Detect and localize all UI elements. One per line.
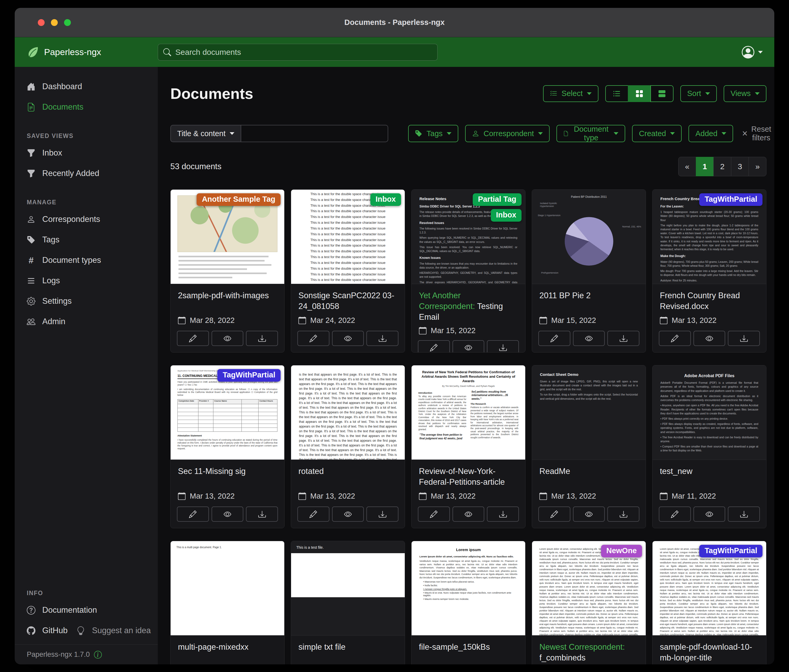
tag-chip[interactable]: TagWithPartial <box>217 369 281 382</box>
sidebar-item-settings[interactable]: Settings <box>15 291 158 311</box>
document-title[interactable]: simple txt file <box>299 642 398 664</box>
sidebar-item-admin[interactable]: Admin <box>15 311 158 332</box>
edit-button[interactable] <box>177 331 209 346</box>
tag-chip[interactable]: TagWithPartial <box>699 193 762 206</box>
document-card[interactable]: Lorem ipsumLorem ipsum dolor sit amet, c… <box>411 541 525 664</box>
grid-view-button[interactable] <box>628 85 651 102</box>
minimize-window-button[interactable] <box>51 19 58 26</box>
sidebar-item-suggest-idea[interactable]: Suggest an idea <box>67 620 151 641</box>
added-filter-button[interactable]: Added <box>688 125 733 142</box>
document-title[interactable]: Review-of-New-York-Federal-Petitions-art… <box>419 466 518 488</box>
views-button[interactable]: Views <box>724 85 767 102</box>
select-button[interactable]: Select <box>543 85 599 102</box>
edit-button[interactable] <box>659 506 691 522</box>
preview-button[interactable] <box>573 506 605 522</box>
document-card[interactable]: Lorem ipsum dolor sit amet, consectetur … <box>652 541 767 664</box>
edit-button[interactable] <box>538 506 570 522</box>
document-correspondent[interactable]: Newest Correspondent: <box>539 642 625 651</box>
document-thumbnail[interactable]: Lorem ipsumLorem ipsum dolor sit amet, c… <box>412 541 525 635</box>
document-card[interactable]: Release NotesSimba ODBC Driver for SQL S… <box>411 189 525 352</box>
download-button[interactable] <box>487 340 519 352</box>
sidebar-item-document-types[interactable]: # Document types <box>15 250 158 271</box>
document-title[interactable]: Newest Correspondent: f_combineds <box>539 642 638 664</box>
pagination-prev[interactable]: « <box>678 157 696 176</box>
sidebar-item-github[interactable]: GitHub <box>15 620 67 641</box>
document-title[interactable]: Sonstige ScanPC2022 03-24_081058 <box>299 290 398 312</box>
edit-button[interactable] <box>297 506 329 522</box>
sidebar-item-inbox[interactable]: Inbox <box>15 143 158 163</box>
edit-button[interactable] <box>659 331 691 346</box>
document-thumbnail[interactable]: Lorem ipsum dolor sit amet, consectetur … <box>653 541 766 635</box>
user-menu[interactable] <box>742 46 763 59</box>
title-content-dropdown[interactable]: Title & content <box>170 125 241 142</box>
document-thumbnail[interactable]: Review of New York Federal Petitions for… <box>412 365 525 460</box>
document-title[interactable]: multi-page-mixedxx <box>178 642 277 664</box>
document-card[interactable]: This is a test for the double space char… <box>291 189 405 352</box>
zoom-window-button[interactable] <box>64 19 71 26</box>
document-title[interactable]: 2011 BP Pie 2 <box>539 290 638 312</box>
info-circle-icon[interactable] <box>94 651 102 659</box>
document-title[interactable]: sample-pdf-download-10-mb-longer-title <box>660 642 759 664</box>
document-thumbnail[interactable]: French Country BreadFor the Leaven:1 hea… <box>653 189 766 284</box>
tag-chip[interactable]: Inbox <box>491 209 522 221</box>
document-card[interactable]: Adobe Acrobat PDF FilesAdobe® Portable D… <box>652 365 767 528</box>
preview-button[interactable] <box>332 506 364 522</box>
brand[interactable]: Paperless-ngx <box>15 46 158 58</box>
document-thumbnail[interactable]: Release NotesSimba ODBC Driver for SQL S… <box>412 189 525 284</box>
download-button[interactable] <box>607 506 639 522</box>
download-button[interactable] <box>728 331 760 346</box>
document-thumbnail[interactable]: Another Sample Tag <box>171 189 284 284</box>
download-button[interactable] <box>607 331 639 346</box>
preview-button[interactable] <box>693 506 725 522</box>
pagination-page-1[interactable]: 1 <box>696 157 714 176</box>
download-button[interactable] <box>728 506 760 522</box>
sidebar-item-logs[interactable]: Logs <box>15 271 158 291</box>
sort-button[interactable]: Sort <box>680 85 717 102</box>
document-card[interactable]: Contact Sheet DemoGiven a set of image f… <box>532 365 646 528</box>
document-correspondent[interactable]: Yet Another Correspondent: <box>419 291 475 311</box>
edit-button[interactable] <box>538 331 570 346</box>
document-card[interactable]: Patient BP Distribution 2011Normal, 232,… <box>532 189 646 352</box>
sidebar-item-dashboard[interactable]: Dashboard <box>15 76 158 97</box>
document-card[interactable]: This is a multi page document. Page 1. m… <box>170 541 284 664</box>
preview-button[interactable] <box>573 331 605 346</box>
document-thumbnail[interactable]: Adobe Acrobat PDF FilesAdobe® Portable D… <box>653 365 766 460</box>
document-title[interactable]: test_new <box>660 466 759 488</box>
tags-filter-button[interactable]: Tags <box>408 125 458 142</box>
edit-button[interactable] <box>297 331 329 346</box>
sidebar-item-tags[interactable]: Tags <box>15 229 158 250</box>
pagination-page-3[interactable]: 3 <box>731 157 749 176</box>
global-search[interactable] <box>158 44 438 61</box>
download-button[interactable] <box>246 331 278 346</box>
document-thumbnail[interactable]: Contact Sheet DemoGiven a set of image f… <box>532 365 646 460</box>
document-card[interactable]: Lorem ipsum dolor sit amet, consectetur … <box>532 541 646 664</box>
preview-button[interactable] <box>452 340 484 352</box>
correspondent-filter-button[interactable]: Correspondent <box>465 125 549 142</box>
pagination-next[interactable]: » <box>749 157 767 176</box>
sidebar-item-recently-added[interactable]: Recently Added <box>15 163 158 184</box>
tag-chip[interactable]: NewOne <box>601 545 642 557</box>
document-title[interactable]: file-sample_150kBs <box>419 642 518 664</box>
document-title[interactable]: Sec 11-Missing sig <box>178 466 277 488</box>
document-card[interactable]: French Country BreadFor the Leaven:1 hea… <box>652 189 767 352</box>
detail-view-button[interactable] <box>650 85 674 102</box>
document-card[interactable]: Review of New York Federal Petitions for… <box>411 365 525 528</box>
edit-button[interactable] <box>177 506 209 522</box>
close-window-button[interactable] <box>38 19 45 26</box>
document-card[interactable]: Application for Medical Staff Membership… <box>170 365 284 528</box>
document-thumbnail[interactable]: This is a multi page document. Page 1. <box>171 541 284 635</box>
document-thumbnail[interactable]: Patient BP Distribution 2011Normal, 232,… <box>532 189 646 284</box>
pagination-page-2[interactable]: 2 <box>713 157 731 176</box>
document-title[interactable]: rotated <box>299 466 398 488</box>
preview-button[interactable] <box>452 506 484 522</box>
sidebar-item-documentation[interactable]: Documentation <box>15 600 158 620</box>
document-card[interactable]: This is a test file. simple txt file <box>291 541 405 664</box>
document-title[interactable]: ReadMe <box>539 466 638 488</box>
tag-chip[interactable]: Another Sample Tag <box>196 193 281 206</box>
tag-chip[interactable]: TagWithPartial <box>699 545 762 557</box>
document-thumbnail[interactable]: is the text that appears on the first pa… <box>291 365 405 460</box>
document-thumbnail[interactable]: This is a test file. <box>291 541 405 635</box>
preview-button[interactable] <box>212 331 244 346</box>
tag-chip[interactable]: Partial Tag <box>473 193 522 206</box>
document-thumbnail[interactable]: This is a test for the double space char… <box>291 189 405 284</box>
